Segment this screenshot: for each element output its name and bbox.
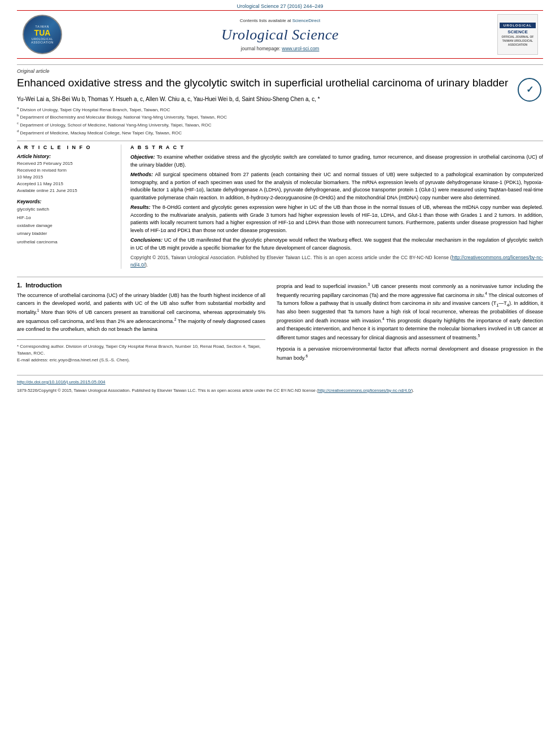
body-text-right: propria and lead to superficial invasion… (277, 282, 543, 362)
abstract-heading: A B S T R A C T (130, 145, 543, 150)
accepted-text: Accepted 11 May 2015 (17, 181, 115, 187)
body-col-left: 1. Introduction The occurrence of urothe… (17, 282, 265, 366)
homepage-url[interactable]: www.urol-sci.com (282, 46, 319, 51)
received-revised-date: 10 May 2015 (17, 174, 115, 181)
abstract-methods: Methods: All surgical specimens obtained… (130, 171, 543, 202)
journal-homepage: journal homepage: www.urol-sci.com (241, 46, 320, 51)
affiliations: a Division of Urology, Taipei City Hospi… (17, 106, 543, 137)
intro-para-1: The occurrence of urothelial carcinoma (… (17, 292, 265, 334)
received-revised-text: Received in revised form (17, 167, 115, 174)
article-info-column: A R T I C L E I N F O Article history: R… (17, 145, 121, 269)
article-title: Enhanced oxidative stress and the glycol… (17, 76, 543, 90)
results-label: Results: (130, 204, 151, 210)
keywords-list: glycolytic switch HIF-1α oxidative damag… (17, 206, 115, 246)
journal-logo-right: UROLOGICAL SCIENCE OFFICIAL JOURNAL OF T… (492, 14, 543, 55)
affiliation-a: a Division of Urology, Taipei City Hospi… (17, 106, 543, 113)
page: Urological Science 27 (2016) 244–249 TAI… (0, 0, 560, 747)
journal-title: Urological Science (221, 27, 339, 43)
methods-label: Methods: (130, 172, 153, 177)
article-info-abstract-row: A R T I C L E I N F O Article history: R… (17, 145, 543, 269)
footnote-area: * Corresponding author. Division of Urol… (17, 339, 265, 364)
conclusions-label: Conclusions: (130, 237, 163, 243)
abstract-objective: Objective: To examine whether oxidative … (130, 154, 543, 169)
logo-main-text: TUA (34, 28, 51, 37)
copyright-text: Copyright © 2015, Taiwan Urological Asso… (130, 254, 543, 269)
abstract-results: Results: The 8-OHdG content and glycolyt… (130, 204, 543, 234)
article-title-text: Enhanced oxidative stress and the glycol… (17, 77, 508, 89)
article-history-block: Article history: Received 25 February 20… (17, 154, 115, 194)
body-two-col: 1. Introduction The occurrence of urothe… (17, 282, 543, 366)
keyword-2: HIF-1α (17, 214, 115, 222)
journal-logo-left: TAIWAN TUA UROLOGICAL ASSOCIATION (17, 14, 68, 55)
keyword-4: urinary bladder (17, 230, 115, 238)
abstract-column: A B S T R A C T Objective: To examine wh… (130, 145, 543, 269)
main-content: Original article Enhanced oxidative stre… (0, 59, 560, 394)
abstract-conclusions: Conclusions: UC of the UB manifested tha… (130, 237, 543, 252)
authors-text: Yu-Wei Lai a, Shi-Bei Wu b, Thomas Y. Hs… (17, 96, 320, 102)
right-logo-mid: SCIENCE (508, 29, 528, 34)
journal-citation: Urological Science 27 (2016) 244–249 (237, 3, 323, 9)
received-text: Received 25 February 2015 (17, 160, 115, 167)
intro-para-3: Hypoxia is a pervasive microenvironmenta… (277, 346, 543, 362)
keyword-5: urothelial carcinoma (17, 238, 115, 246)
journal-header: TAIWAN TUA UROLOGICAL ASSOCIATION Conten… (17, 10, 543, 59)
journal-center: Contents lists available at ScienceDirec… (68, 14, 492, 55)
footer-issn-text: 1879-5226/Copyright © 2015, Taiwan Urolo… (17, 388, 318, 393)
affiliation-b: b Department of Biochemistry and Molecul… (17, 113, 543, 121)
crossmark-circle (518, 78, 541, 102)
footnote-corresponding: * Corresponding author. Division of Urol… (17, 343, 265, 357)
right-logo-lines: OFFICIAL JOURNAL OF TAIWAN UROLOGICAL AS… (502, 35, 534, 47)
body-text-left: The occurrence of urothelial carcinoma (… (17, 292, 265, 334)
contents-line: Contents lists available at ScienceDirec… (240, 18, 320, 23)
doi-link[interactable]: http://dx.doi.org/10.1016/j.urols.2015.0… (17, 379, 543, 386)
right-logo-box: UROLOGICAL SCIENCE OFFICIAL JOURNAL OF T… (497, 14, 538, 55)
body-content: 1. Introduction The occurrence of urothe… (17, 277, 543, 366)
history-label: Article history: (17, 154, 115, 159)
abstract-text: Objective: To examine whether oxidative … (130, 154, 543, 269)
tua-logo: TAIWAN TUA UROLOGICAL ASSOCIATION (23, 15, 62, 54)
right-logo-top: UROLOGICAL (500, 23, 536, 28)
copyright-link[interactable]: http://creativecommons.org/licenses/by-n… (130, 255, 543, 268)
intro-para-2: propria and lead to superficial invasion… (277, 282, 543, 342)
page-footer: http://dx.doi.org/10.1016/j.urols.2015.0… (17, 375, 543, 394)
available-text: Available online 21 June 2015 (17, 187, 115, 194)
objective-label: Objective: (130, 154, 155, 160)
top-header: Urological Science 27 (2016) 244–249 (0, 0, 560, 10)
section-divider-1 (17, 141, 543, 141)
article-info-heading: A R T I C L E I N F O (17, 145, 115, 150)
authors: Yu-Wei Lai a, Shi-Bei Wu b, Thomas Y. Hs… (17, 95, 543, 103)
footer-license-end: ). (412, 388, 414, 393)
keywords-label: Keywords: (17, 199, 115, 204)
body-col-right: propria and lead to superficial invasion… (277, 282, 543, 366)
crossmark-badge[interactable] (516, 76, 543, 103)
keyword-1: glycolytic switch (17, 206, 115, 213)
footnote-email: E-mail address: eric.yoyo@nsa.hinet.net … (17, 357, 265, 364)
sciencedirect-link[interactable]: ScienceDirect (292, 18, 320, 23)
keyword-3: oxidative damage (17, 222, 115, 230)
section1-heading: 1. Introduction (17, 282, 265, 289)
article-type: Original article (17, 64, 543, 74)
email-link[interactable]: eric.yoyo@nsa.hinet.net (50, 357, 98, 362)
footer-license-link[interactable]: http://creativecommons.org/licenses/by-n… (318, 388, 412, 393)
affiliation-c: c Department of Urology, School of Medic… (17, 121, 543, 129)
footer-issn: 1879-5226/Copyright © 2015, Taiwan Urolo… (17, 387, 543, 394)
logo-bot2-text: ASSOCIATION (31, 41, 53, 44)
affiliation-d: d Department of Medicine, Mackay Medical… (17, 129, 543, 137)
